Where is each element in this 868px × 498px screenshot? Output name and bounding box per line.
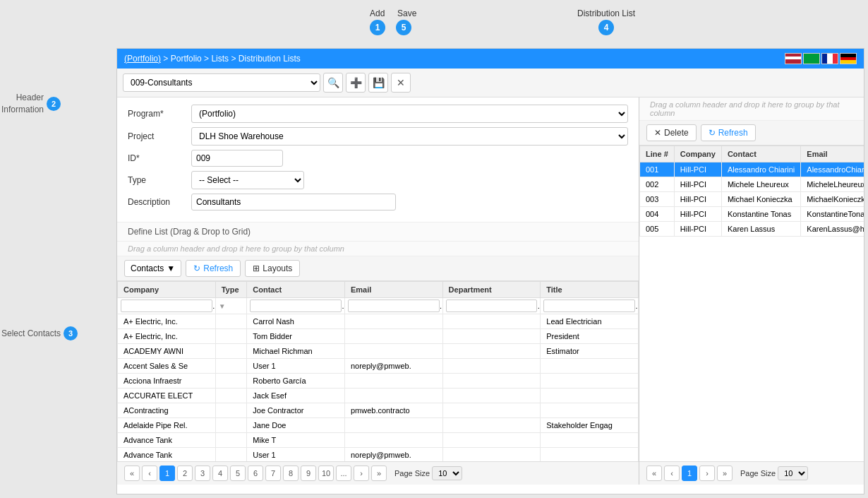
flag-br-icon[interactable] bbox=[803, 53, 820, 64]
dist-tbody: 001Hill-PCIAlessandro ChiariniAlessandro… bbox=[640, 162, 864, 237]
dist-cell-email: KonstantineTonas@hillpci.com bbox=[801, 207, 864, 222]
contacts-row[interactable]: ACCURATE ELECTJack Esef bbox=[118, 389, 639, 403]
dist-page-last-btn[interactable]: » bbox=[717, 466, 733, 481]
project-row: Project DLH Shoe Warehouse bbox=[128, 127, 628, 146]
flag-de-icon[interactable] bbox=[840, 53, 857, 64]
page-3-btn[interactable]: 3 bbox=[195, 466, 210, 481]
dist-cell-line: 003 bbox=[640, 192, 675, 207]
close-button[interactable]: ✕ bbox=[391, 73, 411, 93]
col-company: Company bbox=[118, 282, 216, 298]
id-input[interactable] bbox=[191, 150, 283, 167]
page-size-select[interactable]: 10 25 50 bbox=[432, 466, 462, 480]
page-7-btn[interactable]: 7 bbox=[265, 466, 281, 481]
filter-company-input[interactable] bbox=[121, 300, 212, 312]
contacts-cell-email bbox=[344, 433, 442, 448]
dist-page-next-btn[interactable]: › bbox=[699, 466, 715, 481]
program-select[interactable]: (Portfolio) bbox=[191, 105, 628, 123]
contacts-cell-contact: Carrol Nash bbox=[247, 314, 345, 329]
contacts-cell-email: noreply@pmweb. bbox=[344, 448, 442, 462]
left-panel: Program* (Portfolio) Project DLH Shoe Wa… bbox=[117, 97, 639, 485]
page-1-btn[interactable]: 1 bbox=[159, 466, 175, 481]
delete-button[interactable]: ✕ Delete bbox=[646, 124, 697, 141]
page-10-btn[interactable]: 10 bbox=[318, 466, 334, 481]
contacts-cell-department bbox=[442, 433, 541, 448]
description-input[interactable] bbox=[191, 194, 396, 211]
contacts-row[interactable]: Accent Sales & SeUser 1noreply@pmweb. bbox=[118, 359, 639, 374]
page-4-btn[interactable]: 4 bbox=[212, 466, 228, 481]
contacts-cell-type bbox=[215, 329, 247, 344]
dist-header-row: Line # Company Contact Email bbox=[640, 146, 864, 162]
layouts-button[interactable]: ⊞ Layouts bbox=[245, 260, 300, 277]
badge-4: 4 bbox=[598, 20, 614, 35]
dist-refresh-button[interactable]: ↻ Refresh bbox=[701, 124, 756, 141]
dist-row[interactable]: 005Hill-PCIKaren LassusKarenLassus@hilli… bbox=[640, 222, 864, 237]
save-button[interactable]: 💾 bbox=[368, 73, 388, 93]
header-info-text: Header Information bbox=[1, 92, 44, 116]
filter-type: ▼ bbox=[215, 298, 247, 314]
search-button[interactable]: 🔍 bbox=[323, 73, 343, 93]
page-ellipsis-btn[interactable]: ... bbox=[336, 466, 351, 481]
contacts-row[interactable]: Advance TankUser 1noreply@pmweb. bbox=[118, 448, 639, 462]
filter-title-input[interactable] bbox=[543, 300, 635, 312]
page-first-btn[interactable]: « bbox=[124, 466, 140, 481]
contacts-dropdown[interactable]: Contacts ▼ bbox=[124, 260, 181, 277]
contacts-cell-email bbox=[344, 418, 442, 433]
dist-row[interactable]: 001Hill-PCIAlessandro ChiariniAlessandro… bbox=[640, 162, 864, 177]
contacts-row[interactable]: A+ Electric, Inc.Tom BidderPresident bbox=[118, 329, 639, 344]
dist-page-1-btn[interactable]: 1 bbox=[682, 466, 697, 481]
filter-email-input[interactable] bbox=[348, 300, 440, 312]
filter-department-input[interactable] bbox=[446, 300, 538, 312]
dist-page-size-select[interactable]: 10 25 bbox=[778, 466, 808, 480]
type-select[interactable]: -- Select -- bbox=[191, 171, 304, 189]
contacts-cell-email bbox=[344, 374, 442, 389]
contacts-data-grid: Company Type Contact Email Department Ti… bbox=[117, 281, 639, 461]
form-section: Program* (Portfolio) Project DLH Shoe Wa… bbox=[117, 97, 639, 223]
filter-department: ▼ bbox=[442, 298, 541, 314]
dist-row[interactable]: 002Hill-PCIMichele LheureuxMicheleLheure… bbox=[640, 177, 864, 192]
filter-type-icon: ▼ bbox=[219, 302, 226, 310]
project-select[interactable]: DLH Shoe Warehouse bbox=[191, 127, 628, 146]
contacts-cell-title bbox=[541, 403, 639, 418]
page-last-btn[interactable]: » bbox=[371, 466, 387, 481]
dist-cell-company: Hill-PCI bbox=[674, 192, 721, 207]
contacts-row[interactable]: Advance TankMike T bbox=[118, 433, 639, 448]
dist-col-line: Line # bbox=[640, 146, 675, 162]
save-label: Save bbox=[397, 8, 416, 18]
contacts-row[interactable]: ACADEMY AWNIMichael RichmanEstimator bbox=[118, 344, 639, 359]
dist-page-prev-btn[interactable]: ‹ bbox=[664, 466, 680, 481]
contacts-row[interactable]: Acciona InfraestrRoberto García bbox=[118, 374, 639, 389]
list-dropdown[interactable]: 009-Consultants bbox=[123, 73, 320, 92]
dist-cell-company: Hill-PCI bbox=[674, 207, 721, 222]
dist-cell-company: Hill-PCI bbox=[674, 222, 721, 237]
contacts-cell-company: A+ Electric, Inc. bbox=[118, 314, 216, 329]
contacts-cell-email bbox=[344, 314, 442, 329]
contacts-row[interactable]: AContractingJoe Contractorpmweb.contract… bbox=[118, 403, 639, 418]
dist-row[interactable]: 004Hill-PCIKonstantine TonasKonstantineT… bbox=[640, 207, 864, 222]
main-toolbar: 009-Consultants 🔍 ➕ 💾 ✕ bbox=[117, 69, 864, 97]
breadcrumb-portfolio-link[interactable]: (Portfolio) bbox=[124, 54, 161, 64]
contacts-cell-department bbox=[442, 389, 541, 403]
contacts-row[interactable]: Adelaide Pipe Rel.Jane DoeStakeholder En… bbox=[118, 418, 639, 433]
flags-area bbox=[785, 53, 857, 64]
contacts-refresh-button[interactable]: ↻ Refresh bbox=[186, 260, 241, 277]
project-label: Project bbox=[128, 131, 191, 141]
page-8-btn[interactable]: 8 bbox=[283, 466, 299, 481]
flag-us-icon[interactable] bbox=[785, 53, 802, 64]
contacts-cell-department bbox=[442, 329, 541, 344]
flag-fr-icon[interactable] bbox=[821, 53, 838, 64]
main-window: (Portfolio) > Portfolio > Lists > Distri… bbox=[116, 48, 864, 494]
dist-row[interactable]: 003Hill-PCIMichael KonieczkaMichaelKonie… bbox=[640, 192, 864, 207]
add-button[interactable]: ➕ bbox=[346, 73, 366, 93]
page-prev-btn[interactable]: ‹ bbox=[142, 466, 157, 481]
dist-toolbar: ✕ Delete ↻ Refresh bbox=[639, 121, 864, 146]
dist-page-first-btn[interactable]: « bbox=[646, 466, 662, 481]
contacts-row[interactable]: A+ Electric, Inc.Carrol NashLead Electri… bbox=[118, 314, 639, 329]
filter-contact-input[interactable] bbox=[250, 300, 342, 312]
page-9-btn[interactable]: 9 bbox=[301, 466, 316, 481]
page-6-btn[interactable]: 6 bbox=[248, 466, 263, 481]
page-5-btn[interactable]: 5 bbox=[230, 466, 246, 481]
page-next-btn[interactable]: › bbox=[354, 466, 369, 481]
contacts-cell-type bbox=[215, 418, 247, 433]
contacts-cell-company: AContracting bbox=[118, 403, 216, 418]
page-2-btn[interactable]: 2 bbox=[177, 466, 193, 481]
